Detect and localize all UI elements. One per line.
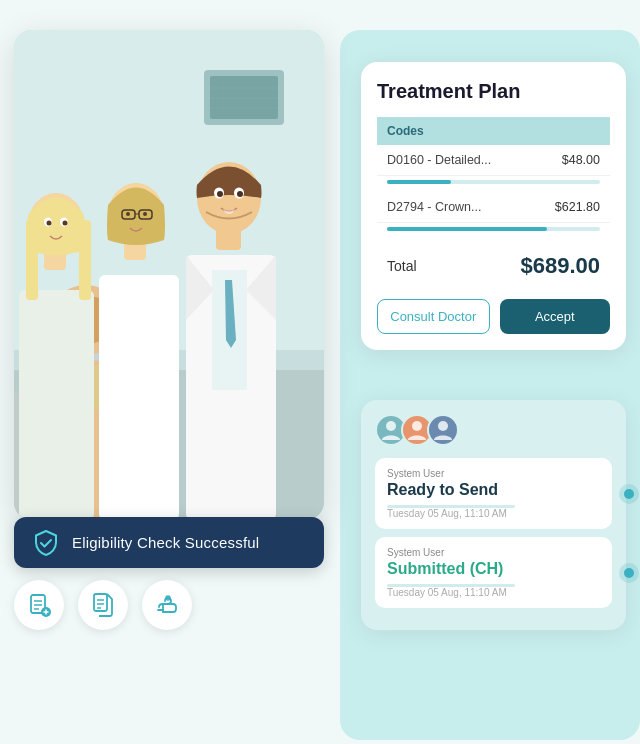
progress-bar-row-1 xyxy=(377,176,610,193)
total-row: Total $689.00 xyxy=(377,249,610,287)
svg-point-51 xyxy=(412,421,422,431)
svg-rect-13 xyxy=(19,290,94,520)
message-time-2: Tuesday 05 Aug, 11:10 AM xyxy=(387,587,600,598)
table-row: D2794 - Crown... $621.80 xyxy=(377,192,610,223)
svg-point-52 xyxy=(438,421,448,431)
progress-bar-2 xyxy=(387,227,600,231)
consult-doctor-button[interactable]: Consult Doctor xyxy=(377,299,490,334)
svg-rect-17 xyxy=(79,220,91,300)
messages-card: System User Ready to Send Tuesday 05 Aug… xyxy=(361,400,626,630)
progress-fill-2 xyxy=(387,227,547,231)
message-item-2: System User Submitted (CH) Tuesday 05 Au… xyxy=(375,537,612,608)
svg-point-37 xyxy=(237,191,243,197)
table-header-row: Codes xyxy=(377,117,610,145)
treatment-actions: Consult Doctor Accept xyxy=(377,299,610,334)
prescription-icon-button[interactable] xyxy=(14,580,64,630)
avatars-row xyxy=(375,414,612,446)
dental-scene-svg xyxy=(14,30,324,520)
svg-point-50 xyxy=(386,421,396,431)
message-item-1: System User Ready to Send Tuesday 05 Aug… xyxy=(375,458,612,529)
avatar-3 xyxy=(427,414,459,446)
message-system-label-1: System User xyxy=(387,468,600,479)
total-label: Total xyxy=(387,258,417,274)
row1-amount: $48.00 xyxy=(530,145,610,176)
svg-point-20 xyxy=(47,221,52,226)
eligibility-banner: Eligibility Check Successful xyxy=(14,517,324,568)
message-system-label-2: System User xyxy=(387,547,600,558)
progress-bar-row-2 xyxy=(377,223,610,240)
message-status-2: Submitted (CH) xyxy=(387,560,600,578)
row1-code: D0160 - Detailed... xyxy=(377,145,530,176)
svg-point-28 xyxy=(126,212,130,216)
dental-photo-card xyxy=(14,30,324,520)
document-icon xyxy=(90,592,116,618)
treatment-plan-card: Treatment Plan Codes D0160 - Detailed...… xyxy=(361,62,626,350)
message-time-1: Tuesday 05 Aug, 11:10 AM xyxy=(387,508,600,519)
row2-code: D2794 - Crown... xyxy=(377,192,530,223)
treatment-plan-title: Treatment Plan xyxy=(377,80,610,103)
eligibility-text: Eligibility Check Successful xyxy=(72,534,259,551)
hand-gift-icon xyxy=(154,592,180,618)
shield-check-icon xyxy=(32,529,60,557)
svg-point-29 xyxy=(143,212,147,216)
svg-rect-22 xyxy=(99,275,179,520)
row2-amount: $621.80 xyxy=(530,192,610,223)
accept-button[interactable]: Accept xyxy=(500,299,611,334)
hand-gift-icon-button[interactable] xyxy=(142,580,192,630)
bottom-icons-row xyxy=(14,580,192,630)
svg-point-21 xyxy=(63,221,68,226)
col-codes-header: Codes xyxy=(377,117,530,145)
timeline-dot-1 xyxy=(624,489,634,499)
document-icon-button[interactable] xyxy=(78,580,128,630)
svg-rect-16 xyxy=(26,220,38,300)
progress-bar-1 xyxy=(387,180,600,184)
prescription-icon xyxy=(26,592,52,618)
progress-fill-1 xyxy=(387,180,451,184)
col-amount-header xyxy=(530,117,610,145)
total-amount: $689.00 xyxy=(520,253,600,279)
treatment-table: Codes D0160 - Detailed... $48.00 D2794 -… xyxy=(377,117,610,239)
svg-point-36 xyxy=(217,191,223,197)
table-row: D0160 - Detailed... $48.00 xyxy=(377,145,610,176)
message-status-1: Ready to Send xyxy=(387,481,600,499)
timeline-dot-2 xyxy=(624,568,634,578)
